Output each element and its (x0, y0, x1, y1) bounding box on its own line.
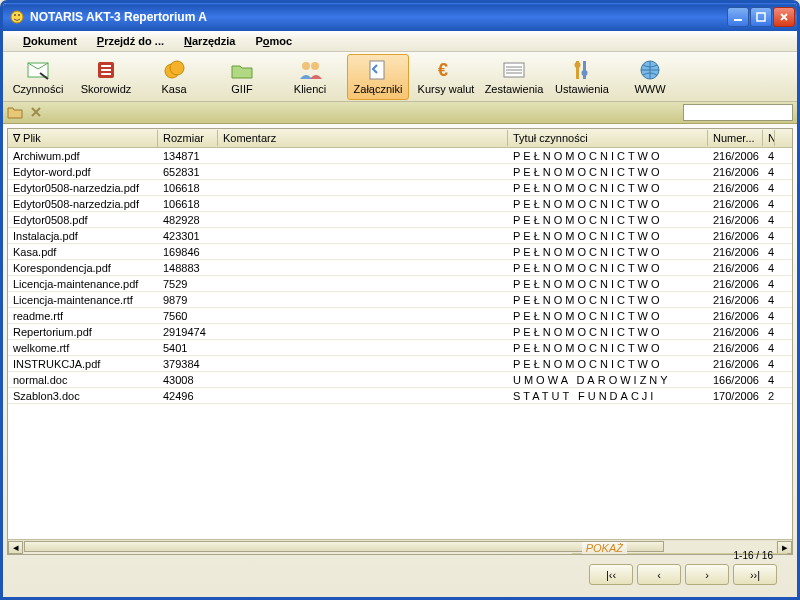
grid-header: ∇ Plik Rozmiar Komentarz Tytuł czynności… (8, 129, 792, 148)
klienci-icon (298, 59, 322, 81)
kursy-walut-icon: € (434, 59, 458, 81)
cell-tytul: PEŁNOMOCNICTWO (508, 262, 708, 274)
cell-numer: 216/2006 (708, 230, 763, 242)
cell-extra: 4 (763, 214, 775, 226)
scroll-thumb[interactable] (24, 541, 664, 552)
table-row[interactable]: Szablon3.doc42496STATUT FUNDACJI170/2006… (8, 388, 792, 404)
cell-rozmiar: 43008 (158, 374, 218, 386)
kasa-icon (162, 59, 186, 81)
toolbar-kasa[interactable]: Kasa (143, 54, 205, 100)
scroll-right-icon[interactable]: ▸ (777, 541, 792, 554)
cell-numer: 216/2006 (708, 214, 763, 226)
table-row[interactable]: welkome.rtf5401PEŁNOMOCNICTWO216/20064 (8, 340, 792, 356)
toolbar-skorowidz[interactable]: Skorowidz (75, 54, 137, 100)
cell-rozmiar: 5401 (158, 342, 218, 354)
cell-rozmiar: 42496 (158, 390, 218, 402)
col-plik[interactable]: ∇ Plik (8, 130, 158, 147)
delete-icon[interactable] (29, 105, 43, 121)
svg-point-12 (302, 62, 310, 70)
nav-first-button[interactable]: |‹‹ (589, 564, 633, 585)
cell-numer: 216/2006 (708, 326, 763, 338)
table-row[interactable]: Archiwum.pdf134871PEŁNOMOCNICTWO216/2006… (8, 148, 792, 164)
nav-prev-button[interactable]: ‹ (637, 564, 681, 585)
nav-buttons: |‹‹ ‹ › ››| (589, 564, 777, 585)
maximize-button[interactable] (750, 7, 772, 27)
toolbar-label: WWW (634, 83, 665, 95)
cell-tytul: PEŁNOMOCNICTWO (508, 278, 708, 290)
grid-body[interactable]: Archiwum.pdf134871PEŁNOMOCNICTWO216/2006… (8, 148, 792, 539)
col-numer[interactable]: Numer... (708, 130, 763, 146)
menu-narzedzia[interactable]: Narzędzia (174, 33, 245, 49)
toolbar-label: Zestawienia (485, 83, 544, 95)
toolbar-ustawienia[interactable]: Ustawienia (551, 54, 613, 100)
svg-point-23 (582, 70, 588, 76)
toolbar-giif[interactable]: GIIF (211, 54, 273, 100)
toolbar-czynnosci[interactable]: Czynności (7, 54, 69, 100)
svg-point-1 (14, 14, 16, 16)
table-row[interactable]: Korespondencja.pdf148883PEŁNOMOCNICTWO21… (8, 260, 792, 276)
table-row[interactable]: Licencja-maintenance.rtf9879PEŁNOMOCNICT… (8, 292, 792, 308)
cell-rozmiar: 7529 (158, 278, 218, 290)
table-row[interactable]: Kasa.pdf169846PEŁNOMOCNICTWO216/20064 (8, 244, 792, 260)
nav-next-button[interactable]: › (685, 564, 729, 585)
table-row[interactable]: Edytor0508.pdf482928PEŁNOMOCNICTWO216/20… (8, 212, 792, 228)
cell-plik: normal.doc (8, 374, 158, 386)
cell-tytul: PEŁNOMOCNICTWO (508, 182, 708, 194)
svg-text:€: € (438, 60, 448, 80)
cell-plik: Repertorium.pdf (8, 326, 158, 338)
col-extra[interactable]: N (763, 130, 775, 146)
table-row[interactable]: Repertorium.pdf2919474PEŁNOMOCNICTWO216/… (8, 324, 792, 340)
cell-plik: Korespondencja.pdf (8, 262, 158, 274)
cell-tytul: PEŁNOMOCNICTWO (508, 310, 708, 322)
close-button[interactable] (773, 7, 795, 27)
zalaczniki-icon (366, 59, 390, 81)
cell-tytul: PEŁNOMOCNICTWO (508, 342, 708, 354)
cell-extra: 4 (763, 278, 775, 290)
cell-rozmiar: 134871 (158, 150, 218, 162)
cell-plik: Szablon3.doc (8, 390, 158, 402)
nav-last-button[interactable]: ››| (733, 564, 777, 585)
cell-rozmiar: 482928 (158, 214, 218, 226)
cell-rozmiar: 106618 (158, 182, 218, 194)
table-row[interactable]: Licencja-maintenance.pdf7529PEŁNOMOCNICT… (8, 276, 792, 292)
table-row[interactable]: Edytor0508-narzedzia.pdf106618PEŁNOMOCNI… (8, 180, 792, 196)
toolbar: CzynnościSkorowidzKasaGIIFKlienciZałączn… (3, 52, 797, 102)
cell-tytul: PEŁNOMOCNICTWO (508, 294, 708, 306)
minimize-button[interactable] (727, 7, 749, 27)
table-row[interactable]: INSTRUKCJA.pdf379384PEŁNOMOCNICTWO216/20… (8, 356, 792, 372)
cell-extra: 4 (763, 246, 775, 258)
toolbar-klienci[interactable]: Klienci (279, 54, 341, 100)
cell-tytul: PEŁNOMOCNICTWO (508, 358, 708, 370)
toolbar-www[interactable]: WWW (619, 54, 681, 100)
menubar: Dokument Przejdź do ... Narzędzia Pomoc (3, 31, 797, 52)
table-row[interactable]: Instalacja.pdf423301PEŁNOMOCNICTWO216/20… (8, 228, 792, 244)
scroll-left-icon[interactable]: ◂ (8, 541, 23, 554)
table-row[interactable]: readme.rtf7560PEŁNOMOCNICTWO216/20064 (8, 308, 792, 324)
svg-point-13 (311, 62, 319, 70)
horizontal-scrollbar[interactable]: ◂ ▸ (8, 539, 792, 554)
toolbar-zalaczniki[interactable]: Załączniki (347, 54, 409, 100)
zestawienia-icon (502, 59, 526, 81)
cell-extra: 2 (763, 390, 775, 402)
menu-pomoc[interactable]: Pomoc (245, 33, 302, 49)
toolbar-zestawienia[interactable]: Zestawienia (483, 54, 545, 100)
folder-icon[interactable] (7, 105, 23, 121)
toolbar-label: Kursy walut (418, 83, 475, 95)
app-icon (9, 9, 25, 25)
cell-extra: 4 (763, 358, 775, 370)
table-row[interactable]: Edytor-word.pdf652831PEŁNOMOCNICTWO216/2… (8, 164, 792, 180)
col-komentarz[interactable]: Komentarz (218, 130, 508, 146)
search-input[interactable] (683, 104, 793, 121)
cell-extra: 4 (763, 326, 775, 338)
menu-przejdz-do[interactable]: Przejdź do ... (87, 33, 174, 49)
table-row[interactable]: normal.doc43008UMOWA DAROWIZNY166/20064 (8, 372, 792, 388)
col-rozmiar[interactable]: Rozmiar (158, 130, 218, 146)
cell-plik: INSTRUKCJA.pdf (8, 358, 158, 370)
scroll-track[interactable] (24, 541, 776, 554)
cell-plik: Edytor0508-narzedzia.pdf (8, 182, 158, 194)
www-icon (638, 59, 662, 81)
toolbar-kursy-walut[interactable]: €Kursy walut (415, 54, 477, 100)
table-row[interactable]: Edytor0508-narzedzia.pdf106618PEŁNOMOCNI… (8, 196, 792, 212)
col-tytul[interactable]: Tytuł czynności (508, 130, 708, 146)
menu-dokument[interactable]: Dokument (13, 33, 87, 49)
